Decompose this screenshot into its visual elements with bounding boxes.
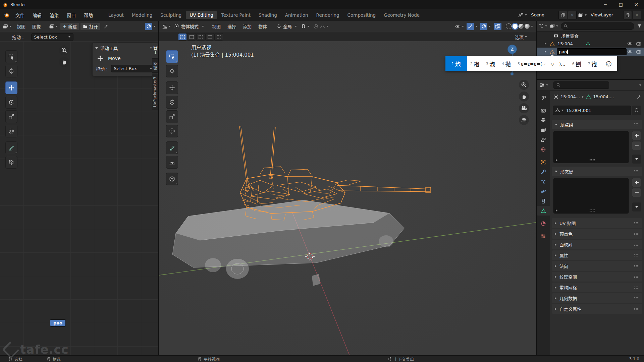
- active-tool-panel-header[interactable]: 活动工具: [95, 45, 155, 51]
- object-name[interactable]: 15:004: [557, 41, 573, 46]
- shading-material-button[interactable]: [519, 24, 524, 29]
- ime-candidate-7[interactable]: 7袍: [585, 56, 600, 71]
- outliner-row-scene-collection[interactable]: 场景集合: [537, 32, 644, 40]
- section-uv-maps[interactable]: UV 贴图: [552, 218, 642, 228]
- expand-icon[interactable]: [545, 50, 546, 53]
- breadcrumb-data[interactable]: 15:004....: [586, 94, 614, 99]
- view-layer-remove-button[interactable]: ×: [633, 11, 641, 19]
- tool-scale[interactable]: [5, 110, 17, 123]
- tab-geometry-node[interactable]: Geometry Node: [380, 11, 423, 19]
- tab-sculpting[interactable]: Sculpting: [157, 11, 185, 19]
- tool-annotate[interactable]: [5, 141, 17, 154]
- grip-icon[interactable]: [634, 243, 639, 246]
- menu-file[interactable]: 文件: [11, 12, 29, 18]
- hide-eye-icon[interactable]: [627, 41, 633, 46]
- uv-menu-view[interactable]: 视图: [13, 23, 29, 29]
- sidebar-tab-view[interactable]: 视图: [152, 58, 158, 73]
- uv-pan-button[interactable]: [59, 57, 69, 67]
- grip-icon[interactable]: [634, 297, 639, 300]
- blender-menu-icon[interactable]: [3, 12, 9, 18]
- tab-shading[interactable]: Shading: [255, 11, 281, 19]
- minimize-button[interactable]: −: [598, 0, 613, 9]
- hide-eye-icon[interactable]: [627, 49, 633, 54]
- select-mode-subtract[interactable]: [196, 33, 205, 41]
- menu-edit[interactable]: 编辑: [29, 12, 46, 18]
- remove-vertex-group-button[interactable]: [632, 141, 641, 150]
- filter-funnel-icon[interactable]: [637, 23, 642, 28]
- scene-copy-button[interactable]: [558, 11, 567, 19]
- tab-rendering[interactable]: Rendering: [313, 11, 343, 19]
- uv-menu-image[interactable]: 图像: [29, 23, 44, 29]
- tab-scene[interactable]: [537, 135, 550, 144]
- tab-animation[interactable]: Animation: [281, 11, 312, 19]
- section-face-maps[interactable]: 面映射: [552, 240, 642, 249]
- tab-constraints[interactable]: [537, 196, 550, 206]
- outliner-row-object[interactable]: 15:004: [537, 40, 644, 48]
- remove-shape-key-button[interactable]: [632, 188, 641, 197]
- tab-material[interactable]: [537, 219, 550, 228]
- scene-name[interactable]: Scene: [531, 12, 544, 17]
- select-mode-invert[interactable]: [205, 33, 214, 41]
- tab-output[interactable]: [537, 115, 550, 125]
- vp-zoom-button[interactable]: [519, 80, 529, 90]
- tab-layout[interactable]: Layout: [105, 11, 127, 19]
- shading-rendered-button[interactable]: [525, 24, 530, 29]
- view-layer-name[interactable]: ViewLayer: [591, 12, 613, 17]
- grip-icon[interactable]: [634, 222, 639, 225]
- tab-world[interactable]: [537, 144, 550, 154]
- add-vertex-group-button[interactable]: [632, 131, 641, 140]
- ime-candidate-5[interactable]: 5ε=ε=ε=(~￣▽￣)...: [514, 56, 569, 71]
- menu-help[interactable]: 帮助: [80, 12, 97, 18]
- ime-emoji-button[interactable]: ☺: [602, 60, 615, 67]
- shading-solid-button[interactable]: [513, 24, 518, 29]
- tool-2d-cursor[interactable]: [5, 65, 17, 77]
- vp-perspective-button[interactable]: [519, 115, 529, 125]
- uv-drag-mode-dropdown[interactable]: Select Box: [31, 33, 73, 41]
- gizmo-z-axis[interactable]: Z: [507, 45, 517, 54]
- vp-menu-select[interactable]: 选择: [224, 23, 239, 29]
- ime-candidate-3[interactable]: 3泡: [483, 56, 498, 71]
- xray-toggle[interactable]: [494, 23, 501, 30]
- disable-render-icon[interactable]: [636, 41, 641, 46]
- pin-icon[interactable]: [104, 24, 108, 29]
- rename-input[interactable]: pao: [557, 48, 627, 55]
- section-custom-properties[interactable]: 自定义属性: [552, 304, 642, 314]
- orientation-dropdown[interactable]: 全局: [276, 23, 297, 29]
- tool-rip-region[interactable]: [5, 156, 17, 169]
- vp-pan-button[interactable]: [519, 92, 529, 102]
- mesh-name-field[interactable]: 15:004.001: [553, 106, 631, 115]
- new-image-button[interactable]: + 新建: [60, 23, 79, 30]
- disable-render-icon[interactable]: [636, 49, 641, 54]
- tab-particles[interactable]: [537, 177, 550, 186]
- list-expand-icon[interactable]: [556, 159, 557, 162]
- view-layer-copy-button[interactable]: [623, 11, 632, 19]
- tab-compositing[interactable]: Compositing: [344, 11, 380, 19]
- section-texture-space[interactable]: 纹理空间: [552, 272, 642, 282]
- grip-icon[interactable]: [634, 286, 639, 289]
- menu-render[interactable]: 渲染: [46, 12, 63, 18]
- chevron-down-icon[interactable]: [639, 84, 641, 86]
- grip-icon[interactable]: [634, 233, 639, 235]
- select-mode-extend[interactable]: [187, 33, 196, 41]
- tool-transform[interactable]: [5, 125, 17, 137]
- vertex-group-specials-button[interactable]: [632, 155, 641, 164]
- tab-render[interactable]: [537, 106, 550, 115]
- tab-object-data[interactable]: [537, 206, 550, 216]
- tab-texture[interactable]: [537, 231, 550, 241]
- overlays-toggle[interactable]: [480, 23, 487, 30]
- visibility-dropdown[interactable]: [455, 24, 464, 29]
- tab-modifiers[interactable]: [537, 167, 550, 177]
- options-dropdown[interactable]: 选项: [515, 34, 527, 40]
- outliner-search-input[interactable]: [561, 22, 634, 30]
- list-expand-icon[interactable]: [556, 209, 557, 212]
- uv-zoom-button[interactable]: [59, 45, 69, 55]
- ime-candidate-6[interactable]: 6刨: [569, 56, 585, 71]
- tab-uv-editing[interactable]: UV Editing: [186, 11, 217, 19]
- panel-drag-mode-dropdown[interactable]: Select Box: [111, 65, 155, 72]
- add-shape-key-button[interactable]: [632, 178, 641, 187]
- breadcrumb-object[interactable]: 15:004...: [553, 94, 580, 99]
- tab-texture-paint[interactable]: Texture Paint: [218, 11, 254, 19]
- grip-icon[interactable]: [634, 276, 639, 278]
- grip-icon[interactable]: [589, 209, 595, 212]
- tab-physics[interactable]: [537, 186, 550, 196]
